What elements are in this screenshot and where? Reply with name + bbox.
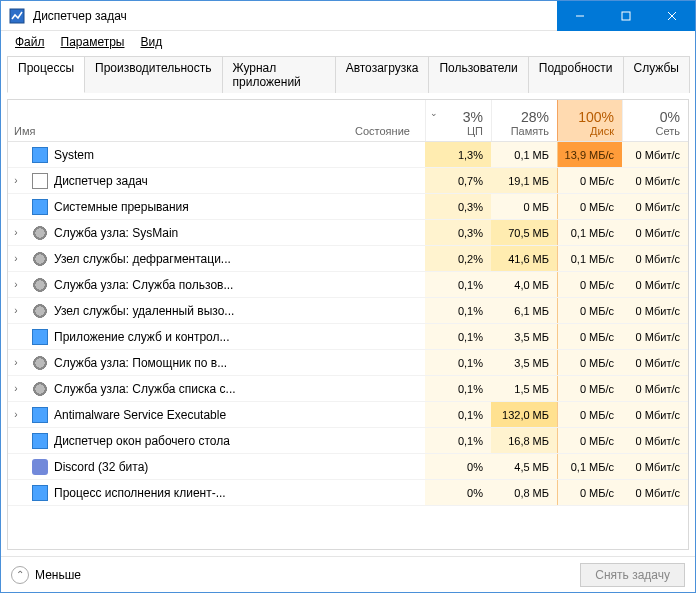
table-row[interactable]: ›Служба узла: Помощник по в...0,1%3,5 МБ…: [8, 350, 688, 376]
process-name: Узел службы: удаленный вызо...: [54, 304, 349, 318]
cell-network: 0 Мбит/с: [622, 480, 688, 505]
header-disk[interactable]: 100% Диск: [557, 100, 623, 141]
process-name: Служба узла: Служба списка с...: [54, 382, 349, 396]
process-name: Discord (32 бита): [54, 460, 349, 474]
task-manager-window: Диспетчер задач Файл Параметры Вид Проце…: [0, 0, 696, 593]
cell-memory: 3,5 МБ: [491, 324, 557, 349]
cell-network: 0 Мбит/с: [622, 246, 688, 271]
cell-network: 0 Мбит/с: [622, 428, 688, 453]
menu-options[interactable]: Параметры: [53, 33, 133, 51]
app-icon: [9, 8, 25, 24]
close-icon: [667, 11, 677, 21]
maximize-button[interactable]: [603, 1, 649, 31]
cell-memory: 41,6 МБ: [491, 246, 557, 271]
table-row[interactable]: ›Служба узла: Служба пользов...0,1%4,0 М…: [8, 272, 688, 298]
process-name: Узел службы: дефрагментаци...: [54, 252, 349, 266]
cell-network: 0 Мбит/с: [622, 220, 688, 245]
process-icon: [32, 407, 48, 423]
titlebar[interactable]: Диспетчер задач: [1, 1, 695, 31]
cell-network: 0 Мбит/с: [622, 298, 688, 323]
expand-toggle[interactable]: ›: [8, 357, 24, 368]
cell-network: 0 Мбит/с: [622, 402, 688, 427]
cell-network: 0 Мбит/с: [622, 142, 688, 167]
table-row[interactable]: Приложение служб и контрол...0,1%3,5 МБ0…: [8, 324, 688, 350]
cell-disk: 13,9 МБ/с: [557, 142, 623, 167]
cell-cpu: 0,7%: [425, 168, 491, 193]
process-icon: [32, 303, 48, 319]
header-name[interactable]: Имя: [8, 100, 349, 141]
maximize-icon: [621, 11, 631, 21]
process-name: Antimalware Service Executable: [54, 408, 349, 422]
cell-cpu: 0,1%: [425, 324, 491, 349]
expand-toggle[interactable]: ›: [8, 175, 24, 186]
cell-memory: 0,8 МБ: [491, 480, 557, 505]
cell-memory: 0,1 МБ: [491, 142, 557, 167]
cell-cpu: 0,3%: [425, 220, 491, 245]
cell-network: 0 Мбит/с: [622, 272, 688, 297]
process-icon: [32, 147, 48, 163]
process-name: System: [54, 148, 349, 162]
expand-toggle[interactable]: ›: [8, 227, 24, 238]
window-title: Диспетчер задач: [33, 9, 557, 23]
tabbar: Процессы Производительность Журнал прило…: [7, 55, 689, 93]
expand-toggle[interactable]: ›: [8, 383, 24, 394]
table-row[interactable]: ›Диспетчер задач0,7%19,1 МБ0 МБ/с0 Мбит/…: [8, 168, 688, 194]
tab-processes[interactable]: Процессы: [7, 56, 85, 93]
cell-cpu: 0%: [425, 454, 491, 479]
tab-performance[interactable]: Производительность: [84, 56, 222, 93]
end-task-button[interactable]: Снять задачу: [580, 563, 685, 587]
tab-app-history[interactable]: Журнал приложений: [222, 56, 336, 93]
header-memory[interactable]: 28% Память: [491, 100, 557, 141]
cell-disk: 0 МБ/с: [557, 298, 623, 323]
fewer-details-button[interactable]: ⌃ Меньше: [11, 566, 81, 584]
table-row[interactable]: Discord (32 бита)0%4,5 МБ0,1 МБ/с0 Мбит/…: [8, 454, 688, 480]
process-name: Служба узла: SysMain: [54, 226, 349, 240]
minimize-icon: [575, 11, 585, 21]
table-row[interactable]: ›Узел службы: дефрагментаци...0,2%41,6 М…: [8, 246, 688, 272]
header-state[interactable]: Состояние: [349, 100, 425, 141]
table-row[interactable]: Диспетчер окон рабочего стола0,1%16,8 МБ…: [8, 428, 688, 454]
header-network[interactable]: 0% Сеть: [622, 100, 688, 141]
cell-cpu: 0,2%: [425, 246, 491, 271]
cell-memory: 1,5 МБ: [491, 376, 557, 401]
expand-toggle[interactable]: ›: [8, 305, 24, 316]
expand-toggle[interactable]: ›: [8, 409, 24, 420]
expand-toggle[interactable]: ›: [8, 279, 24, 290]
table-row[interactable]: System1,3%0,1 МБ13,9 МБ/с0 Мбит/с: [8, 142, 688, 168]
cell-memory: 132,0 МБ: [491, 402, 557, 427]
process-name: Диспетчер окон рабочего стола: [54, 434, 349, 448]
process-icon: [32, 225, 48, 241]
sort-indicator-icon: ⌄: [430, 108, 438, 118]
table-row[interactable]: ›Служба узла: SysMain0,3%70,5 МБ0,1 МБ/с…: [8, 220, 688, 246]
header-cpu[interactable]: ⌄ 3% ЦП: [425, 100, 491, 141]
footer: ⌃ Меньше Снять задачу: [1, 556, 695, 592]
cell-cpu: 0,1%: [425, 350, 491, 375]
tab-services[interactable]: Службы: [623, 56, 690, 93]
table-row[interactable]: Процесс исполнения клиент-...0%0,8 МБ0 М…: [8, 480, 688, 506]
tab-startup[interactable]: Автозагрузка: [335, 56, 430, 93]
table-row[interactable]: Системные прерывания0,3%0 МБ0 МБ/с0 Мбит…: [8, 194, 688, 220]
menu-view[interactable]: Вид: [132, 33, 170, 51]
column-headers: Имя Состояние ⌄ 3% ЦП 28% Память 100% Ди…: [8, 100, 688, 142]
cell-memory: 70,5 МБ: [491, 220, 557, 245]
table-row[interactable]: ›Служба узла: Служба списка с...0,1%1,5 …: [8, 376, 688, 402]
expand-toggle[interactable]: ›: [8, 253, 24, 264]
close-button[interactable]: [649, 1, 695, 31]
cell-disk: 0,1 МБ/с: [557, 220, 623, 245]
cell-cpu: 0,1%: [425, 428, 491, 453]
tab-details[interactable]: Подробности: [528, 56, 624, 93]
process-name: Служба узла: Служба пользов...: [54, 278, 349, 292]
cell-network: 0 Мбит/с: [622, 376, 688, 401]
cell-disk: 0 МБ/с: [557, 350, 623, 375]
table-row[interactable]: ›Узел службы: удаленный вызо...0,1%6,1 М…: [8, 298, 688, 324]
cell-disk: 0 МБ/с: [557, 480, 623, 505]
menu-file[interactable]: Файл: [7, 33, 53, 51]
minimize-button[interactable]: [557, 1, 603, 31]
tab-users[interactable]: Пользователи: [428, 56, 528, 93]
cell-memory: 19,1 МБ: [491, 168, 557, 193]
cell-network: 0 Мбит/с: [622, 324, 688, 349]
cell-cpu: 1,3%: [425, 142, 491, 167]
process-icon: [32, 433, 48, 449]
table-row[interactable]: ›Antimalware Service Executable0,1%132,0…: [8, 402, 688, 428]
cell-memory: 0 МБ: [491, 194, 557, 219]
